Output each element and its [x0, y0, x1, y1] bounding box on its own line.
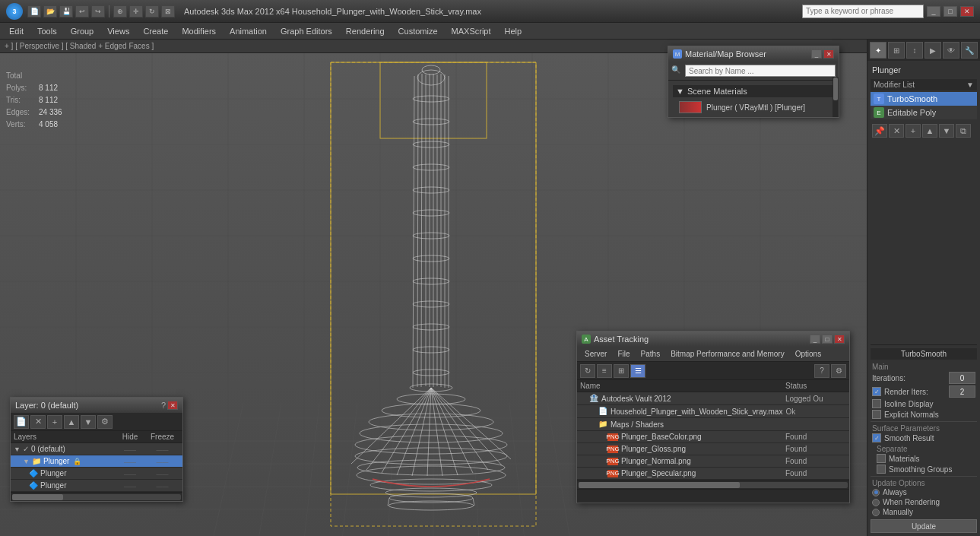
rpanel-tab-motion[interactable]: ▶ — [924, 42, 941, 59]
menu-help[interactable]: Help — [499, 24, 528, 39]
save-btn[interactable]: 💾 — [59, 5, 73, 17]
close-btn[interactable]: ✕ — [960, 6, 974, 17]
rotate-btn[interactable]: ↻ — [145, 5, 159, 17]
iterations-input[interactable] — [949, 372, 975, 384]
at-minimize[interactable]: _ — [810, 335, 820, 344]
new-file-btn[interactable]: 📄 — [27, 5, 41, 17]
render-iters-input[interactable] — [949, 385, 975, 398]
table-row[interactable]: PNG Plunger_BaseColor.png Found — [577, 431, 849, 443]
maximize-btn[interactable]: □ — [944, 6, 957, 17]
rpanel-tab-utilities[interactable]: 🔧 — [961, 42, 978, 59]
at-btn-grid[interactable]: ⊞ — [614, 364, 629, 378]
layer-expand-icon-1: ▼ — [23, 458, 30, 465]
at-menu-paths[interactable]: Paths — [636, 348, 665, 360]
rpanel-tab-display[interactable]: 👁 — [943, 42, 959, 59]
modifier-list-expand[interactable]: ▼ — [966, 81, 974, 89]
scale-btn[interactable]: ⊠ — [161, 5, 175, 17]
at-btn-settings[interactable]: ⚙ — [831, 364, 846, 378]
smooth-result-checkbox[interactable]: ✓ — [872, 433, 881, 442]
lp-btn-move-down[interactable]: ▼ — [81, 415, 96, 429]
asset-tracking-titlebar[interactable]: A Asset Tracking _ □ ✕ — [577, 331, 849, 347]
at-menu-file[interactable]: File — [613, 348, 634, 360]
mat-browser-close[interactable]: ✕ — [823, 49, 834, 59]
render-iters-checkbox[interactable]: ✓ — [872, 387, 881, 396]
search-input[interactable] — [802, 5, 924, 18]
at-menu-bar: Server File Paths Bitmap Performance and… — [577, 347, 849, 362]
at-btn-list[interactable]: ☰ — [630, 364, 645, 378]
at-close[interactable]: ✕ — [834, 335, 845, 344]
lp-btn-new[interactable]: 📄 — [14, 415, 29, 429]
materials-checkbox[interactable] — [877, 454, 886, 463]
mat-browser-scrollbar[interactable] — [833, 77, 839, 117]
modifier-editpoly[interactable]: E Editable Poly — [871, 106, 977, 119]
layer-panel-titlebar[interactable]: Layer: 0 (default) ? ✕ — [11, 398, 182, 413]
lp-close-btn[interactable]: ✕ — [167, 401, 178, 410]
menu-tools[interactable]: Tools — [31, 24, 63, 39]
menu-graph-editors[interactable]: Graph Editors — [274, 24, 338, 39]
lp-btn-settings[interactable]: ⚙ — [97, 415, 113, 429]
smoothing-groups-checkbox[interactable] — [877, 465, 886, 474]
at-menu-bitmap[interactable]: Bitmap Performance and Memory — [666, 348, 789, 360]
mat-search-input[interactable] — [685, 65, 836, 77]
menu-animation[interactable]: Animation — [224, 24, 273, 39]
lp-btn-delete[interactable]: ✕ — [30, 415, 46, 429]
when-rendering-radio[interactable] — [872, 499, 880, 506]
table-row[interactable]: 📄 Household_Plunger_with_Wooden_Stick_vr… — [577, 405, 849, 418]
lp-btn-add[interactable]: + — [47, 415, 62, 429]
at-menu-options[interactable]: Options — [791, 348, 826, 360]
update-btn[interactable]: Update — [871, 519, 977, 533]
table-row[interactable]: PNG Plunger_Normal.png Found — [577, 455, 849, 468]
open-btn[interactable]: 📂 — [43, 5, 57, 17]
material-item-plunger[interactable]: Plunger ( VRayMtl ) [Plunger] — [673, 99, 834, 116]
undo-btn[interactable]: ↩ — [75, 5, 89, 17]
rpanel-tab-create[interactable]: ✦ — [870, 42, 886, 59]
table-row[interactable]: 🏦 Autodesk Vault 2012 Logged Ou — [577, 392, 849, 405]
minimize-btn[interactable]: _ — [927, 6, 940, 17]
list-item[interactable]: ▼ ✓ 0 (default) —— —— — [11, 443, 182, 455]
at-menu-server[interactable]: Server — [580, 348, 611, 360]
table-row[interactable]: PNG Plunger_Gloss.png Found — [577, 443, 849, 455]
explicit-normals-checkbox[interactable] — [872, 410, 881, 419]
lp-scrollbar[interactable] — [11, 492, 182, 501]
menu-group[interactable]: Group — [65, 24, 100, 39]
menu-customize[interactable]: Customize — [392, 24, 444, 39]
mat-browser-minimize[interactable]: _ — [811, 49, 822, 59]
manually-radio[interactable] — [872, 509, 880, 516]
mod-btn-up[interactable]: ▲ — [922, 124, 937, 138]
mod-btn-down[interactable]: ▼ — [939, 124, 954, 138]
menu-maxscript[interactable]: MAXScript — [446, 24, 497, 39]
rpanel-tab-modify[interactable]: ⊞ — [888, 42, 905, 59]
mod-btn-delete[interactable]: ✕ — [889, 124, 904, 138]
menu-rendering[interactable]: Rendering — [340, 24, 391, 39]
select-btn[interactable]: ⊕ — [113, 5, 127, 17]
menu-create[interactable]: Create — [137, 24, 174, 39]
table-row[interactable]: 📁 Maps / Shaders — [577, 418, 849, 431]
menu-edit[interactable]: Edit — [3, 24, 30, 39]
mod-btn-add[interactable]: + — [905, 124, 921, 138]
menu-views[interactable]: Views — [101, 24, 135, 39]
lp-btn-move-up[interactable]: ▲ — [64, 415, 79, 429]
mat-section-header[interactable]: ▼ Scene Materials — [673, 85, 834, 97]
list-item[interactable]: ▼ 📁 Plunger 🔒 —— —— — [11, 455, 182, 468]
at-col-name-header: Name — [580, 382, 785, 390]
table-row[interactable]: PNG Plunger_Specular.png Found — [577, 468, 849, 480]
at-scrollbar-horizontal[interactable] — [577, 480, 849, 489]
at-maximize[interactable]: □ — [822, 335, 833, 344]
rpanel-tab-hierarchy[interactable]: ↕ — [906, 42, 923, 59]
move-btn[interactable]: ✛ — [129, 5, 143, 17]
list-item[interactable]: 🔷 Plunger —— —— — [11, 480, 182, 492]
list-item[interactable]: 🔷 Plunger —— —— — [11, 468, 182, 480]
material-browser-titlebar[interactable]: M Material/Map Browser _ ✕ — [668, 46, 839, 62]
mod-btn-copy[interactable]: ⧉ — [956, 124, 971, 138]
always-radio[interactable] — [872, 489, 880, 496]
lp-help-btn[interactable]: ? — [161, 401, 166, 410]
menu-modifiers[interactable]: Modifiers — [176, 24, 222, 39]
at-btn-help[interactable]: ? — [814, 364, 829, 378]
mod-btn-pin[interactable]: 📌 — [872, 124, 887, 138]
isoline-checkbox[interactable] — [872, 399, 881, 408]
at-btn-refresh[interactable]: ↻ — [580, 364, 595, 378]
modifier-turbosm[interactable]: T TurboSmooth — [871, 92, 977, 106]
redo-btn[interactable]: ↪ — [91, 5, 105, 17]
at-btn-view[interactable]: ≡ — [597, 364, 612, 378]
tris-label: Tris: — [6, 94, 33, 106]
